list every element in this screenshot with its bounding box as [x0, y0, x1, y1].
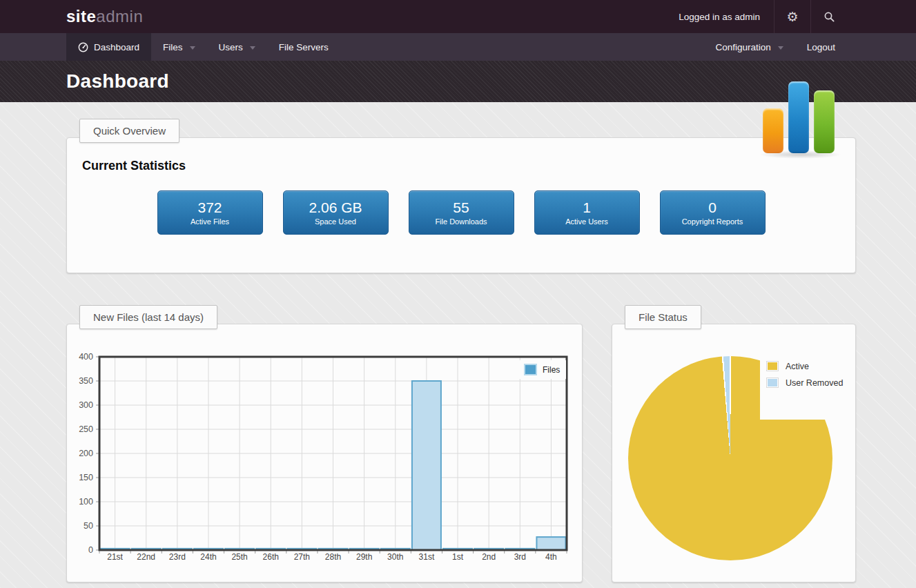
search-icon-button[interactable]	[811, 0, 847, 33]
svg-text:31st: 31st	[419, 552, 435, 562]
legend-swatch-user-removed	[766, 378, 779, 388]
nav-item-logout[interactable]: Logout	[795, 33, 847, 61]
svg-text:24th: 24th	[200, 552, 216, 562]
svg-text:0: 0	[88, 545, 93, 555]
nav-item-label: Configuration	[715, 42, 770, 52]
nav-item-label: Dashboard	[94, 42, 139, 52]
svg-text:28th: 28th	[325, 552, 341, 562]
legend-swatch-active	[766, 361, 779, 371]
svg-text:27th: 27th	[294, 552, 310, 562]
svg-text:50: 50	[84, 521, 93, 531]
bar-chart-legend: Files	[519, 360, 566, 379]
legend-label: Active	[786, 362, 809, 371]
stat-box-copyright-reports: 0Copyright Reports	[660, 190, 766, 235]
stats-row: 372Active Files2.06 GBSpace Used55File D…	[82, 190, 840, 235]
svg-text:3rd: 3rd	[514, 552, 526, 562]
logo-bar-green	[814, 90, 835, 153]
stat-box-file-downloads: 55File Downloads	[409, 190, 514, 235]
stat-box-space-used: 2.06 GBSpace Used	[283, 190, 389, 235]
logo-bar-blue	[788, 81, 809, 153]
stat-label: Space Used	[315, 217, 356, 226]
gear-icon: ⚙	[786, 10, 798, 23]
logo-bar-orange	[763, 108, 783, 153]
nav-item-users[interactable]: Users	[207, 33, 267, 61]
svg-text:200: 200	[79, 449, 93, 458]
quick-overview-panel: Current Statistics 372Active Files2.06 G…	[66, 137, 856, 273]
file-status-pie-panel: ActiveUser Removed	[612, 324, 856, 582]
svg-text:1st: 1st	[452, 552, 464, 562]
nav-item-label: Files	[163, 42, 183, 52]
main-content: Quick Overview Current Statistics 372Act…	[0, 119, 916, 582]
legend-label: User Removed	[786, 378, 843, 388]
svg-text:30th: 30th	[387, 552, 403, 562]
stat-label: File Downloads	[435, 217, 487, 226]
svg-text:21st: 21st	[107, 552, 123, 562]
main-navbar: DashboardFilesUsersFile Servers Configur…	[0, 33, 916, 61]
quick-overview-tab[interactable]: Quick Overview	[79, 119, 179, 143]
stat-value: 372	[197, 199, 222, 217]
page-header-band: Dashboard	[0, 61, 916, 102]
svg-text:100: 100	[79, 497, 93, 507]
charts-row: New Files (last 14 days) 050100150200250…	[66, 305, 856, 582]
stat-value: 1	[583, 199, 591, 217]
nav-right-group: ConfigurationLogout	[703, 33, 847, 61]
search-icon	[824, 11, 835, 23]
chevron-down-icon	[778, 46, 783, 50]
svg-text:29th: 29th	[356, 552, 372, 562]
bar-chart-logo-icon	[763, 81, 835, 153]
logged-in-status: Logged in as admin	[665, 12, 774, 22]
nav-item-label: File Servers	[279, 42, 329, 52]
svg-text:2nd: 2nd	[482, 552, 496, 562]
new-files-section: New Files (last 14 days) 050100150200250…	[66, 305, 583, 582]
topbar-right: Logged in as admin ⚙	[665, 0, 847, 33]
stat-value: 0	[708, 199, 717, 217]
dashboard-gauge-icon	[78, 42, 88, 52]
svg-text:25th: 25th	[231, 552, 247, 562]
svg-text:4th: 4th	[545, 552, 557, 562]
stat-value: 55	[453, 199, 469, 217]
legend-entry-user-removed: User Removed	[766, 378, 855, 388]
pie-legend: ActiveUser Removed	[760, 352, 855, 420]
settings-gear-icon[interactable]: ⚙	[774, 0, 810, 33]
stat-box-active-files: 372Active Files	[157, 190, 263, 235]
stat-label: Copyright Reports	[682, 217, 743, 226]
svg-text:250: 250	[79, 424, 93, 434]
page-title: Dashboard	[66, 70, 169, 92]
nav-item-file-servers[interactable]: File Servers	[267, 33, 340, 61]
legend-entry-active: Active	[766, 361, 855, 371]
nav-left-group: DashboardFilesUsersFile Servers	[66, 33, 340, 61]
svg-text:22nd: 22nd	[137, 552, 155, 562]
stat-label: Active Files	[191, 217, 229, 226]
nav-item-dashboard[interactable]: Dashboard	[66, 33, 151, 61]
svg-text:300: 300	[79, 400, 93, 410]
stat-value: 2.06 GB	[309, 199, 362, 217]
file-status-tab[interactable]: File Status	[625, 305, 701, 329]
current-statistics-heading: Current Statistics	[82, 159, 840, 173]
nav-item-label: Logout	[807, 42, 835, 52]
new-files-bar-chart: 05010015020025030035040021st22nd23rd24th…	[67, 324, 582, 582]
svg-text:26th: 26th	[263, 552, 279, 562]
stat-label: Active Users	[565, 217, 608, 226]
legend-label-files: Files	[543, 365, 560, 375]
chevron-down-icon	[190, 46, 195, 50]
nav-item-label: Users	[219, 42, 243, 52]
stat-box-active-users: 1Active Users	[534, 190, 640, 235]
brand-logo-light: admin	[96, 7, 143, 26]
topbar: siteadmin Logged in as admin ⚙	[0, 0, 916, 33]
svg-text:400: 400	[79, 352, 93, 362]
svg-text:23rd: 23rd	[169, 552, 186, 562]
svg-text:350: 350	[79, 376, 93, 386]
quick-overview-section: Quick Overview Current Statistics 372Act…	[66, 119, 856, 273]
legend-swatch-files	[525, 364, 536, 375]
nav-item-files[interactable]: Files	[151, 33, 207, 61]
new-files-tab[interactable]: New Files (last 14 days)	[79, 305, 217, 329]
svg-text:150: 150	[79, 473, 93, 482]
brand-logo-bold: site	[66, 7, 96, 26]
nav-item-configuration[interactable]: Configuration	[703, 33, 795, 61]
chevron-down-icon	[250, 46, 255, 50]
new-files-chart-panel: 05010015020025030035040021st22nd23rd24th…	[66, 324, 583, 582]
brand-logo[interactable]: siteadmin	[66, 7, 143, 26]
file-status-section: File Status ActiveUser Removed	[612, 305, 856, 582]
